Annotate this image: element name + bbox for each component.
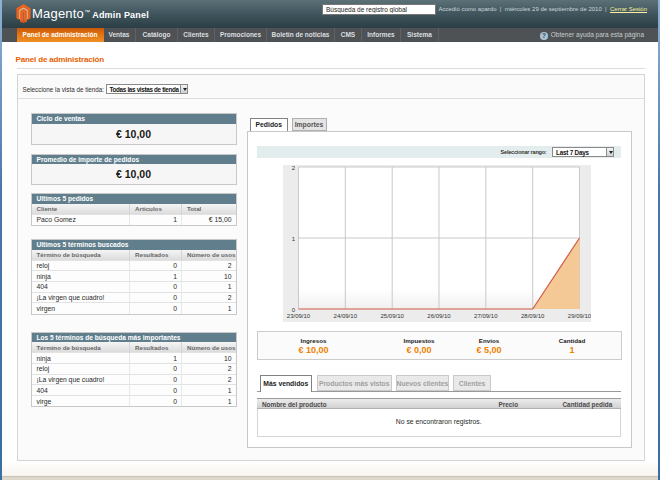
svg-text:27/09/10: 27/09/10 bbox=[474, 313, 498, 319]
svg-text:26/09/10: 26/09/10 bbox=[427, 313, 451, 319]
svg-text:25/09/10: 25/09/10 bbox=[380, 313, 404, 319]
svg-text:29/09/10: 29/09/10 bbox=[567, 313, 590, 319]
svg-text:24/09/10: 24/09/10 bbox=[333, 313, 357, 319]
svg-text:23/09/10: 23/09/10 bbox=[286, 313, 310, 319]
svg-text:28/09/10: 28/09/10 bbox=[521, 313, 545, 319]
svg-text:1: 1 bbox=[291, 236, 295, 242]
svg-text:2: 2 bbox=[291, 165, 295, 171]
